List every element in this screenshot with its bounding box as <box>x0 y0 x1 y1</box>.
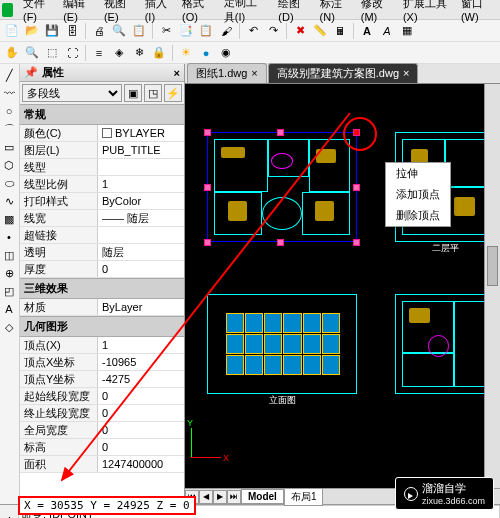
grip-handle[interactable] <box>353 239 360 246</box>
quick-icon[interactable]: ⚡ <box>164 84 182 102</box>
object-type-select[interactable]: 多段线 <box>22 84 122 102</box>
prop-hyperlink[interactable]: 超链接 <box>20 227 184 244</box>
table-icon[interactable]: ▦ <box>398 22 416 40</box>
prop-vertex-x[interactable]: 顶点X坐标-10965 <box>20 354 184 371</box>
prop-vertex[interactable]: 顶点(X)1 <box>20 337 184 354</box>
drawing-frame[interactable]: 立面图 <box>207 294 357 394</box>
freeze-icon[interactable]: ❄ <box>130 44 148 62</box>
print-icon[interactable]: 🖨 <box>90 22 108 40</box>
tab-last-icon[interactable]: ⏭ <box>227 490 241 504</box>
prop-thickness[interactable]: 厚度0 <box>20 261 184 278</box>
prop-elevation[interactable]: 标高0 <box>20 439 184 456</box>
layer-icon[interactable]: ≡ <box>90 44 108 62</box>
pline-icon[interactable]: 〰 <box>1 85 17 101</box>
block-icon[interactable]: ◫ <box>1 247 17 263</box>
erase-icon[interactable]: ✖ <box>291 22 309 40</box>
circle-icon[interactable]: ○ <box>1 103 17 119</box>
drawing-canvas[interactable]: 二层平 立面图 <box>185 84 500 488</box>
mat-icon[interactable]: ◉ <box>217 44 235 62</box>
redo-icon[interactable]: ↷ <box>264 22 282 40</box>
prop-transparency[interactable]: 透明随层 <box>20 244 184 261</box>
sun-icon[interactable]: ☀ <box>177 44 195 62</box>
coordinate-readout: X = 30535 Y = 24925 Z = 0 <box>18 496 196 515</box>
publish-icon[interactable]: 📋 <box>130 22 148 40</box>
prop-global-width[interactable]: 全局宽度0 <box>20 422 184 439</box>
arc-icon[interactable]: ⌒ <box>1 121 17 137</box>
command-handle-icon[interactable]: ⋮ <box>0 505 18 518</box>
tab-next-icon[interactable]: ▶ <box>213 490 227 504</box>
prop-vertex-y[interactable]: 顶点Y坐标-4275 <box>20 371 184 388</box>
ctx-stretch[interactable]: 拉伸 <box>386 163 450 184</box>
line-icon[interactable]: ╱ <box>1 67 17 83</box>
pin-icon[interactable]: 📌 <box>24 66 38 79</box>
zoomwin-icon[interactable]: ⬚ <box>43 44 61 62</box>
open-icon[interactable]: 📂 <box>23 22 41 40</box>
tab-villa[interactable]: 高级别墅建筑方案图.dwg× <box>268 63 419 83</box>
menu-window[interactable]: 窗口(W) <box>455 0 498 25</box>
rect-icon[interactable]: ▭ <box>1 139 17 155</box>
drawing-selected-frame[interactable] <box>207 132 357 242</box>
hatch-icon[interactable]: ▩ <box>1 211 17 227</box>
ctx-remove-vertex[interactable]: 删除顶点 <box>386 205 450 226</box>
tab-drawing1[interactable]: 图纸1.dwg× <box>187 63 267 83</box>
section-general[interactable]: 常规 <box>20 104 184 125</box>
ctx-add-vertex[interactable]: 添加顶点 <box>386 184 450 205</box>
match-icon[interactable]: 🖌 <box>217 22 235 40</box>
prop-linetype[interactable]: 线型 <box>20 159 184 176</box>
calc-icon[interactable]: 🖩 <box>331 22 349 40</box>
close-tab-icon[interactable]: × <box>403 67 409 79</box>
close-tab-icon[interactable]: × <box>251 67 257 79</box>
prop-area[interactable]: 面积1247400000 <box>20 456 184 473</box>
polygon-icon[interactable]: ⬡ <box>1 157 17 173</box>
dist-icon[interactable]: 📏 <box>311 22 329 40</box>
tab-prev-icon[interactable]: ◀ <box>199 490 213 504</box>
render-icon[interactable]: ● <box>197 44 215 62</box>
prop-material[interactable]: 材质ByLayer <box>20 299 184 316</box>
grip-handle[interactable] <box>204 184 211 191</box>
pickadd-icon[interactable]: ▣ <box>124 84 142 102</box>
layeriso-icon[interactable]: ◈ <box>110 44 128 62</box>
insert-icon[interactable]: ⊕ <box>1 265 17 281</box>
save-icon[interactable]: 💾 <box>43 22 61 40</box>
grip-handle[interactable] <box>204 129 211 136</box>
prop-end-width[interactable]: 终止线段宽度0 <box>20 405 184 422</box>
grip-handle[interactable] <box>353 184 360 191</box>
grip-handle[interactable] <box>204 239 211 246</box>
point-icon[interactable]: • <box>1 229 17 245</box>
new-icon[interactable]: 📄 <box>3 22 21 40</box>
region-icon[interactable]: ◰ <box>1 283 17 299</box>
preview-icon[interactable]: 🔍 <box>110 22 128 40</box>
prop-color[interactable]: 颜色(C)BYLAYER <box>20 125 184 142</box>
close-icon[interactable]: × <box>174 67 180 79</box>
model-tab[interactable]: Model <box>241 489 284 504</box>
saveall-icon[interactable]: 🗄 <box>63 22 81 40</box>
cut-icon[interactable]: ✂ <box>157 22 175 40</box>
grip-handle[interactable] <box>277 239 284 246</box>
prop-layer[interactable]: 图层(L)PUB_TITLE <box>20 142 184 159</box>
zoomext-icon[interactable]: ⛶ <box>63 44 81 62</box>
prop-lineweight[interactable]: 线宽—— 随层 <box>20 210 184 227</box>
prop-start-width[interactable]: 起始线段宽度0 <box>20 388 184 405</box>
grip-handle-active[interactable] <box>353 129 360 136</box>
select-icon[interactable]: ◳ <box>144 84 162 102</box>
prop-ltscale[interactable]: 线型比例1 <box>20 176 184 193</box>
zoom-icon[interactable]: 🔍 <box>23 44 41 62</box>
undo-icon[interactable]: ↶ <box>244 22 262 40</box>
ellipse-icon[interactable]: ⬭ <box>1 175 17 191</box>
section-3dfx[interactable]: 三维效果 <box>20 278 184 299</box>
paste-icon[interactable]: 📋 <box>197 22 215 40</box>
section-geometry[interactable]: 几何图形 <box>20 316 184 337</box>
lock-icon[interactable]: 🔒 <box>150 44 168 62</box>
scrollbar-vertical[interactable] <box>484 84 500 488</box>
prop-plotstyle[interactable]: 打印样式ByColor <box>20 193 184 210</box>
layout-tab[interactable]: 布局1 <box>284 488 324 506</box>
pan-icon[interactable]: ✋ <box>3 44 21 62</box>
copy-icon[interactable]: 📑 <box>177 22 195 40</box>
text-icon[interactable]: A <box>358 22 376 40</box>
drawing-frame[interactable] <box>395 294 495 394</box>
grip-handle[interactable] <box>277 129 284 136</box>
wipeout-icon[interactable]: ◇ <box>1 319 17 335</box>
mtext-icon[interactable]: A <box>1 301 17 317</box>
text2-icon[interactable]: A <box>378 22 396 40</box>
spline-icon[interactable]: ∿ <box>1 193 17 209</box>
